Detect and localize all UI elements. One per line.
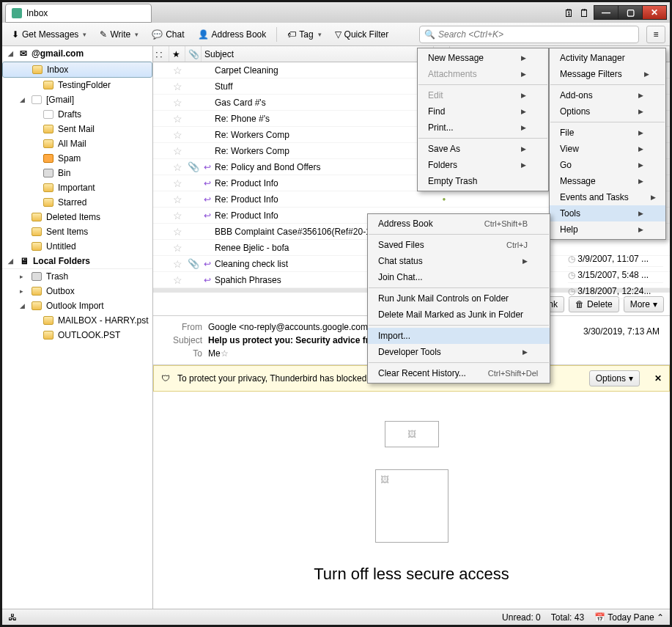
folder-drafts[interactable]: Drafts <box>2 107 152 122</box>
folder-important[interactable]: Important <box>2 180 152 195</box>
from-value[interactable]: Google <no-reply@accounts.google.com> ☆ <box>208 322 383 332</box>
menu-clear-recent-history-[interactable]: Clear Recent History...Ctrl+Shift+Del <box>368 365 550 381</box>
folder-deleted-items[interactable]: Deleted Items <box>2 210 152 224</box>
menu-run-junk-mail-controls-on-folder[interactable]: Run Junk Mail Controls on Folder <box>368 290 550 307</box>
menu-address-book[interactable]: Address BookCtrl+Shift+B <box>368 216 550 232</box>
folder--gmail-[interactable]: ◢[Gmail] <box>2 92 152 107</box>
local-folders-header[interactable]: ◢🖥 Local Folders <box>2 254 152 269</box>
calendar-icon[interactable]: 🗓 <box>564 7 575 19</box>
menu-message-filters[interactable]: Message Filters▶ <box>550 66 665 82</box>
menu-message[interactable]: Message▶ <box>550 173 665 189</box>
star-icon[interactable]: ☆ <box>169 242 185 254</box>
menu-save-as[interactable]: Save As▶ <box>418 141 548 157</box>
folder-label: All Mail <box>58 139 86 149</box>
folder-sent-items[interactable]: Sent Items <box>2 224 152 239</box>
folder-spam[interactable]: Spam <box>2 151 152 166</box>
chevron-down-icon[interactable]: ▾ <box>318 31 322 38</box>
menu-help[interactable]: Help▶ <box>550 221 665 238</box>
menu-join-chat-[interactable]: Join Chat... <box>368 269 550 285</box>
tag-button[interactable]: 🏷Tag▾ <box>282 26 326 43</box>
folder-outlook-pst[interactable]: OUTLOOK.PST <box>2 328 152 342</box>
get-messages-button[interactable]: ⬇Get Messages▾ <box>7 26 92 43</box>
star-icon[interactable]: ☆ <box>221 348 229 359</box>
menu-file[interactable]: File▶ <box>550 125 665 141</box>
close-icon[interactable]: ✕ <box>654 373 662 384</box>
menu-new-message[interactable]: New Message▶ <box>418 50 548 66</box>
menu-options[interactable]: Options▶ <box>550 103 665 120</box>
menu-delete-mail-marked-as-junk-in-folder[interactable]: Delete Mail Marked as Junk in Folder <box>368 307 550 323</box>
star-icon[interactable]: ☆ <box>169 274 185 286</box>
hamburger-icon: ≡ <box>653 29 658 40</box>
menu-activity-manager[interactable]: Activity Manager <box>550 50 665 66</box>
chevron-down-icon[interactable]: ▾ <box>83 31 86 38</box>
menu-view[interactable]: View▶ <box>550 141 665 157</box>
minimize-button[interactable]: — <box>594 5 619 20</box>
col-attach[interactable]: 📎 <box>185 46 202 62</box>
folder-trash[interactable]: ▸Trash <box>2 269 152 284</box>
col-subject[interactable]: Subject <box>202 46 434 62</box>
folder-untitled[interactable]: Untitled <box>2 239 152 254</box>
menu-empty-trash[interactable]: Empty Trash <box>418 173 548 189</box>
app-menu-button[interactable]: ≡ <box>646 26 665 43</box>
quick-filter-button[interactable]: ▽Quick Filter <box>330 26 394 43</box>
folder-inbox[interactable]: Inbox <box>2 62 152 78</box>
star-icon[interactable]: ☆ <box>169 258 185 270</box>
app-menu-left[interactable]: New Message▶Attachments▶Edit▶Find▶Print.… <box>417 48 549 191</box>
tab-label: Inbox <box>26 8 48 18</box>
address-book-button[interactable]: 👤Address Book <box>193 26 272 43</box>
folder-sent-mail[interactable]: Sent Mail <box>2 122 152 136</box>
menu-add-ons[interactable]: Add-ons▶ <box>550 87 665 103</box>
col-thread[interactable]: ⸬ <box>153 46 169 62</box>
menu-import-[interactable]: Import... <box>368 328 550 344</box>
star-icon[interactable]: ☆ <box>169 65 185 76</box>
folder-mailbox-harry-pst[interactable]: MAILBOX - HARRY.pst <box>2 313 152 328</box>
star-icon[interactable]: ☆ <box>169 129 185 141</box>
app-menu-right[interactable]: Activity ManagerMessage Filters▶Add-ons▶… <box>549 48 666 240</box>
star-icon[interactable]: ☆ <box>169 210 185 221</box>
menu-events-and-tasks[interactable]: Events and Tasks▶ <box>550 189 665 205</box>
star-icon[interactable]: ☆ <box>169 113 185 125</box>
close-button[interactable]: ✕ <box>642 5 667 20</box>
folder-outbox[interactable]: ▸Outbox <box>2 284 152 298</box>
menu-print-[interactable]: Print...▶ <box>418 120 548 136</box>
menu-saved-files[interactable]: Saved FilesCtrl+J <box>368 237 550 253</box>
menu-label: Developer Tools <box>378 347 441 357</box>
menu-go[interactable]: Go▶ <box>550 157 665 173</box>
online-icon[interactable]: 🖧 <box>8 612 17 623</box>
write-button[interactable]: ✎Write▾ <box>95 26 144 43</box>
account-header[interactable]: ◢✉ @gmail.com <box>2 46 152 62</box>
menu-folders[interactable]: Folders▶ <box>418 157 548 173</box>
star-icon[interactable]: ☆ <box>169 145 185 157</box>
maximize-button[interactable]: ▢ <box>618 5 643 20</box>
folder-label: OUTLOOK.PST <box>58 330 120 340</box>
folder-outlook-import[interactable]: ◢Outlook Import <box>2 298 152 313</box>
tab-inbox[interactable]: Inbox <box>5 4 152 23</box>
folder-all-mail[interactable]: All Mail <box>2 136 152 151</box>
star-icon[interactable]: ☆ <box>169 194 185 205</box>
star-icon[interactable]: ☆ <box>169 97 185 109</box>
star-icon[interactable]: ☆ <box>169 177 185 189</box>
tasks-icon[interactable]: 🗒 <box>579 7 590 19</box>
folder-starred[interactable]: Starred <box>2 195 152 210</box>
col-star[interactable]: ★ <box>169 46 185 62</box>
today-pane-toggle[interactable]: 📅 Today Pane ⌃ <box>594 612 664 623</box>
folder-bin[interactable]: Bin <box>2 166 152 180</box>
notice-options-button[interactable]: Options▾ <box>589 370 640 386</box>
menu-tools[interactable]: Tools▶ <box>550 205 665 221</box>
star-icon[interactable]: ☆ <box>169 161 185 173</box>
menu-find[interactable]: Find▶ <box>418 103 548 120</box>
folder-testingfolder[interactable]: TestingFolder <box>2 78 152 92</box>
chat-button[interactable]: 💬Chat <box>147 26 189 43</box>
to-value[interactable]: Me☆ <box>208 348 229 359</box>
message-body[interactable]: 🖼 🖼 Turn off less secure access <box>153 392 670 609</box>
message-subject: Re: Phone #'s <box>213 114 438 124</box>
star-icon[interactable]: ☆ <box>169 226 185 238</box>
tools-submenu[interactable]: Address BookCtrl+Shift+BSaved FilesCtrl+… <box>367 213 550 384</box>
star-icon[interactable]: ☆ <box>169 81 185 92</box>
chevron-down-icon[interactable]: ▾ <box>135 31 139 38</box>
chevron-right-icon: ▶ <box>521 54 526 62</box>
menu-developer-tools[interactable]: Developer Tools▶ <box>368 344 550 360</box>
menu-chat-status[interactable]: Chat status▶ <box>368 253 550 269</box>
search-input[interactable] <box>438 29 634 40</box>
search-box[interactable]: 🔍 <box>419 26 639 43</box>
